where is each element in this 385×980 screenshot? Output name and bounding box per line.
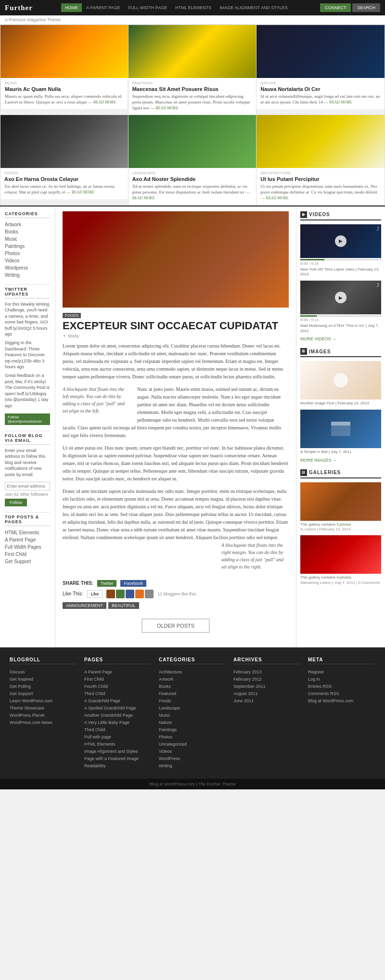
play-button-1[interactable]: ▶ <box>335 235 346 247</box>
footer-cat-9[interactable]: Photos <box>159 735 172 739</box>
sidebar-item-photos[interactable]: Photos <box>5 251 20 256</box>
footer-cat-2[interactable]: Books <box>159 684 171 689</box>
footer-page-6[interactable]: Another Grandchild Page <box>84 713 133 718</box>
hero-title-1[interactable]: Mauris Ac Quam Nulla <box>5 86 124 92</box>
nav-image-alignment[interactable]: Image Alignment and Styles <box>216 3 291 12</box>
footer-page-2[interactable]: Fourth Child <box>84 684 108 689</box>
footer-cat-8[interactable]: Paintings <box>159 727 177 732</box>
hero-read-more-3[interactable]: READ MORE <box>329 100 352 104</box>
top-post-2[interactable]: A Parent Page <box>5 537 36 542</box>
footer-page-3[interactable]: Third Child <box>84 691 105 696</box>
follow-button[interactable]: Follow <box>5 499 27 506</box>
footer-page-8[interactable]: Third Child <box>84 727 105 732</box>
like-button[interactable]: Like <box>87 590 103 598</box>
gallery-link-2[interactable]: 4 photos <box>336 575 351 580</box>
top-post-3[interactable]: Full Width Pages <box>5 544 41 550</box>
footer-page-5[interactable]: A Spoiled Grandchild Page <box>84 706 136 710</box>
facebook-share-button[interactable]: Facebook <box>120 580 146 587</box>
footer-blogroll-discuss[interactable]: Discuss <box>10 670 25 674</box>
hero-read-more-2[interactable]: READ MORE <box>155 106 178 110</box>
footer-archive-3[interactable]: August 2011 <box>233 691 258 696</box>
hero-read-more-5[interactable]: READ MORE <box>132 196 155 200</box>
footer-page-4[interactable]: A Grandchild Page <box>84 698 120 703</box>
more-images-link[interactable]: More Images → <box>300 458 381 463</box>
footer-blogroll-news[interactable]: WordPress.com News <box>10 720 52 725</box>
footer-cat-1[interactable]: Artwork <box>159 677 174 682</box>
footer-page-7[interactable]: A Very Little Baby Page <box>84 720 129 725</box>
image-thumb-1[interactable] <box>300 361 381 400</box>
footer-meta-3[interactable]: Comments RSS <box>308 691 339 696</box>
footer-cat-0[interactable]: Architecture <box>159 670 182 674</box>
sidebar-item-music[interactable]: Music <box>5 236 17 242</box>
hero-title-2[interactable]: Maecenas Sit Amet Posuere Risus <box>132 86 253 92</box>
sidebar-item-videos[interactable]: Videos <box>5 258 19 263</box>
share-icon-1[interactable]: ⤴ <box>377 226 379 232</box>
footer-blogroll-planet[interactable]: WordPress Planet <box>10 713 44 718</box>
footer-blogroll-support[interactable]: Get Support <box>10 691 33 696</box>
footer-meta-4[interactable]: Blog at WordPress.com <box>308 698 353 703</box>
sidebar-item-books[interactable]: Books <box>5 229 18 234</box>
footer-meta-2[interactable]: Entries RSS <box>308 684 332 689</box>
email-input[interactable] <box>5 482 50 490</box>
nav-parent-page[interactable]: A Parent Page <box>82 3 124 12</box>
footer-cat-11[interactable]: Videos <box>159 749 172 754</box>
footer-cat-7[interactable]: Nature <box>159 720 172 725</box>
sidebar-item-artwork[interactable]: Artwork <box>5 222 21 227</box>
footer-cat-5[interactable]: Landscape <box>159 706 180 710</box>
footer-page-0[interactable]: A Parent Page <box>84 670 112 674</box>
video-thumb-1[interactable]: ▶ ⤴ <box>300 224 381 258</box>
nav-html-elements[interactable]: HTML Elements <box>171 3 215 12</box>
sidebar-item-wordpress[interactable]: Wordpress <box>5 265 28 271</box>
footer-archive-4[interactable]: June 2011 <box>233 698 254 703</box>
footer-meta-1[interactable]: Log in <box>308 677 320 682</box>
top-post-4[interactable]: First Child <box>5 552 26 557</box>
hero-title-4[interactable]: Axo En Harna Orosta Celayur <box>4 176 124 182</box>
footer-blogroll-inspired[interactable]: Get Inspired <box>10 677 33 682</box>
footer-page-1[interactable]: First Child <box>84 677 104 682</box>
hero-title-6[interactable]: Ut Ius Putant Percipitur <box>260 176 381 182</box>
search-button[interactable]: Search <box>352 3 380 12</box>
hero-read-more-4[interactable]: READ MORE <box>72 190 94 194</box>
nav-home[interactable]: Home <box>61 3 82 12</box>
footer-cat-3[interactable]: Featured <box>159 691 176 696</box>
sidebar-item-writing[interactable]: Writing <box>5 272 20 278</box>
footer-cat-4[interactable]: Foods <box>159 698 171 703</box>
gallery-thumb-1[interactable] <box>300 482 381 521</box>
footer-cat-13[interactable]: Writing <box>159 763 172 768</box>
footer-page-13[interactable]: Readability <box>84 763 106 768</box>
tag-1[interactable]: Announcement <box>63 602 106 609</box>
footer-blogroll-learn[interactable]: Learn WordPress.com <box>10 698 52 703</box>
footer-page-9[interactable]: Pull with page <box>84 735 111 739</box>
footer-archive-1[interactable]: February 2012 <box>233 677 262 682</box>
footer-meta-0[interactable]: Register <box>308 670 324 674</box>
top-post-5[interactable]: Get Support <box>5 559 31 564</box>
hero-read-more-1[interactable]: READ MORE <box>93 100 116 104</box>
footer-cat-10[interactable]: Uncategorized <box>159 742 187 747</box>
video-thumb-2[interactable]: ▶ ⤴ <box>300 281 381 314</box>
gallery-link-1[interactable]: 3 photos <box>336 522 351 527</box>
footer-blogroll-polling[interactable]: Get Polling <box>10 684 31 689</box>
twitter-share-button[interactable]: Twitter <box>97 580 117 587</box>
twitter-follow-button[interactable]: Follow @wordpressdotcom <box>5 413 50 425</box>
footer-cat-6[interactable]: Music <box>159 713 170 718</box>
footer-cat-12[interactable]: WordPress <box>159 756 180 761</box>
nav-full-width[interactable]: Full Width Page <box>125 3 171 12</box>
footer-archive-2[interactable]: September 2011 <box>233 684 266 689</box>
play-button-2[interactable]: ▶ <box>335 292 346 303</box>
hero-read-more-6[interactable]: READ MORE <box>266 196 289 200</box>
footer-page-12[interactable]: Page with a Featured Image <box>84 756 139 761</box>
footer-archive-0[interactable]: February 2013 <box>233 670 262 674</box>
tag-2[interactable]: Beautiful <box>108 602 139 609</box>
sidebar-item-paintings[interactable]: Paintings <box>5 244 25 249</box>
footer-page-11[interactable]: Image Alignment and Styles <box>84 749 138 754</box>
image-thumb-2[interactable] <box>300 410 381 448</box>
older-posts-button[interactable]: Older Posts <box>141 619 210 633</box>
footer-blogroll-themes[interactable]: Theme Showcase <box>10 706 44 710</box>
share-icon-2[interactable]: ⤴ <box>377 283 379 288</box>
hero-title-5[interactable]: Axo Ad Noster Splendide <box>132 176 253 182</box>
top-post-1[interactable]: HTML Elements <box>5 530 39 535</box>
hero-title-3[interactable]: Nauva Nortalarta Oi Cer <box>260 86 381 92</box>
post-title[interactable]: Excepteur Sint Occaecat Cupidatat <box>63 320 289 332</box>
connect-button[interactable]: Connect <box>320 3 351 12</box>
more-videos-link[interactable]: More Videos → <box>300 336 381 341</box>
